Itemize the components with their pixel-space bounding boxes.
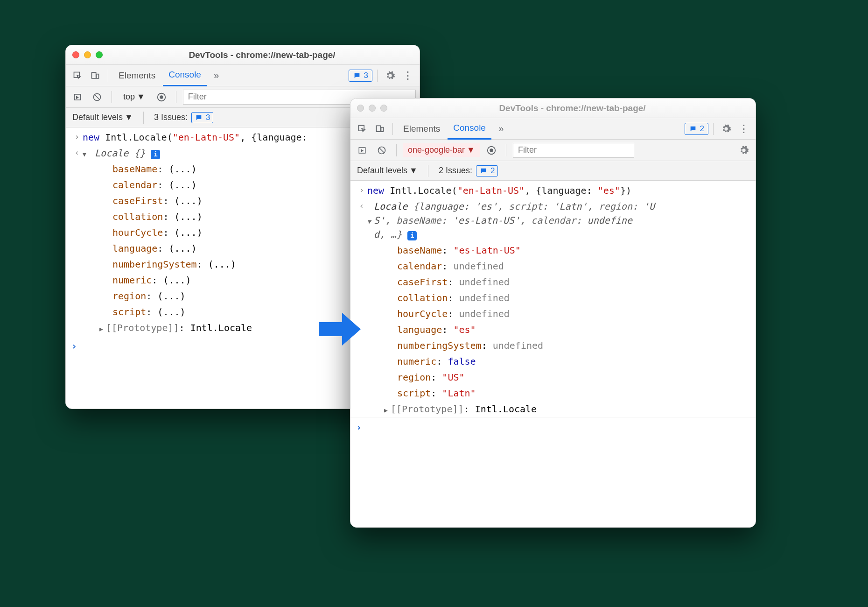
separator	[713, 123, 714, 135]
console-input-echo: › new Intl.Locale("en-Latn-US", {languag…	[350, 183, 756, 198]
kebab-icon[interactable]: ⋮	[400, 68, 416, 84]
separator	[392, 123, 393, 135]
minimize-icon[interactable]	[369, 105, 376, 112]
svg-rect-2	[97, 74, 99, 78]
window-title: DevTools - chrome://new-tab-page/	[111, 50, 413, 60]
tab-console[interactable]: Console	[163, 65, 207, 86]
property-row[interactable]: baseName: "es-Latn-US"	[350, 242, 756, 258]
inspect-icon[interactable]	[354, 121, 370, 137]
console-result-summary[interactable]: ‹ ▼Locale {language: 'es', script: 'Latn…	[350, 198, 756, 242]
separator	[108, 70, 108, 82]
level-bar: Default levels ▼ 2 Issues: 2	[350, 161, 756, 181]
separator	[176, 91, 176, 103]
property-row[interactable]: hourCycle: undefined	[350, 306, 756, 322]
device-toggle-icon[interactable]	[87, 68, 103, 84]
maximize-icon[interactable]	[96, 51, 103, 58]
issues-badge[interactable]: 2	[685, 123, 708, 135]
chevron-down-icon: ▼	[409, 166, 418, 176]
tab-elements[interactable]: Elements	[113, 65, 161, 86]
issues-count: 3	[364, 71, 368, 80]
disclosure-right-icon[interactable]: ▶	[384, 406, 391, 415]
console-body: › new Intl.Locale("en-Latn-US", {languag…	[350, 181, 756, 443]
property-row[interactable]: language: "es"	[350, 322, 756, 338]
svg-rect-10	[381, 127, 384, 131]
traffic-lights	[72, 51, 103, 58]
console-settings-icon[interactable]	[736, 142, 752, 158]
svg-point-15	[490, 148, 493, 152]
property-row[interactable]: region: "US"	[350, 369, 756, 385]
info-badge-icon[interactable]: i	[407, 231, 417, 240]
context-selector[interactable]: one-google-bar ▼	[403, 143, 480, 157]
toggle-sidebar-icon[interactable]	[70, 89, 85, 105]
input-marker-icon: ›	[71, 130, 83, 144]
separator	[396, 144, 397, 156]
more-tabs-icon[interactable]: »	[493, 121, 509, 137]
kebab-icon[interactable]: ⋮	[736, 121, 752, 137]
disclosure-down-icon[interactable]: ▼	[367, 217, 374, 226]
traffic-lights	[357, 105, 387, 112]
toggle-sidebar-icon[interactable]	[354, 142, 370, 158]
chevron-down-icon: ▼	[467, 145, 475, 155]
console-prompt[interactable]: ›	[350, 417, 756, 437]
context-selector[interactable]: top ▼	[119, 90, 150, 104]
info-badge-icon[interactable]: i	[151, 150, 160, 159]
inspect-icon[interactable]	[70, 68, 85, 84]
console-controlbar: one-google-bar ▼	[350, 140, 756, 161]
clear-console-icon[interactable]	[89, 89, 105, 105]
output-marker-icon: ‹	[71, 146, 83, 160]
maximize-icon[interactable]	[380, 105, 387, 112]
property-row[interactable]: collation: undefined	[350, 290, 756, 306]
svg-point-7	[160, 95, 163, 99]
window-title: DevTools - chrome://new-tab-page/	[396, 103, 749, 113]
titlebar: DevTools - chrome://new-tab-page/	[350, 99, 756, 118]
more-tabs-icon[interactable]: »	[209, 68, 224, 84]
svg-line-5	[95, 95, 99, 99]
issues-count: 2	[700, 124, 704, 134]
chevron-down-icon: ▼	[125, 113, 133, 122]
gear-icon[interactable]	[718, 121, 734, 137]
device-toggle-icon[interactable]	[372, 121, 388, 137]
prompt-marker-icon: ›	[71, 339, 83, 353]
svg-line-13	[379, 148, 384, 153]
log-levels-dropdown[interactable]: Default levels ▼	[357, 166, 418, 176]
separator	[143, 112, 144, 124]
svg-rect-1	[92, 72, 96, 78]
issues-badge[interactable]: 3	[349, 70, 372, 82]
separator	[428, 165, 428, 177]
arrow-right-icon	[316, 308, 363, 350]
tab-elements[interactable]: Elements	[398, 119, 446, 139]
disclosure-right-icon[interactable]: ▶	[99, 325, 106, 334]
property-row[interactable]: caseFirst: undefined	[350, 274, 756, 290]
separator	[506, 144, 506, 156]
prototype-row[interactable]: ▶[[Prototype]]: Intl.Locale	[350, 401, 756, 417]
clear-console-icon[interactable]	[374, 142, 390, 158]
issues-link[interactable]: 3 Issues: 3	[154, 112, 214, 123]
minimize-icon[interactable]	[84, 51, 91, 58]
filter-input[interactable]	[513, 143, 634, 158]
separator	[112, 91, 112, 103]
live-expression-icon[interactable]	[483, 142, 499, 158]
input-marker-icon: ›	[356, 184, 367, 198]
property-row[interactable]: calendar: undefined	[350, 258, 756, 274]
devtools-window-right: DevTools - chrome://new-tab-page/ Elemen…	[350, 98, 756, 528]
tabbar: Elements Console » 3 ⋮	[66, 65, 420, 86]
titlebar: DevTools - chrome://new-tab-page/	[66, 45, 420, 65]
gear-icon[interactable]	[382, 68, 398, 84]
close-icon[interactable]	[357, 105, 364, 112]
log-levels-dropdown[interactable]: Default levels ▼	[72, 113, 133, 122]
svg-rect-9	[377, 126, 381, 132]
chevron-down-icon: ▼	[137, 92, 145, 102]
separator	[377, 70, 378, 82]
prompt-marker-icon: ›	[356, 420, 367, 434]
property-row[interactable]: script: "Latn"	[350, 385, 756, 401]
tabbar: Elements Console » 2 ⋮	[350, 118, 756, 140]
property-row[interactable]: numeric: false	[350, 353, 756, 369]
tab-console[interactable]: Console	[448, 118, 491, 140]
live-expression-icon[interactable]	[154, 89, 169, 105]
disclosure-down-icon[interactable]: ▼	[83, 150, 89, 159]
issues-link[interactable]: 2 Issues: 2	[439, 165, 498, 176]
property-row[interactable]: numberingSystem: undefined	[350, 338, 756, 353]
output-marker-icon: ‹	[356, 199, 367, 241]
close-icon[interactable]	[72, 51, 79, 58]
